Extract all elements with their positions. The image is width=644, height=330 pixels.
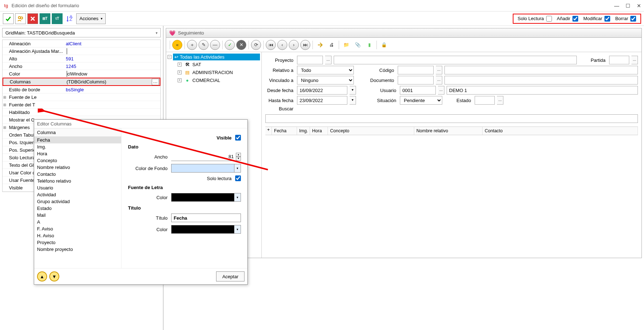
proyecto-name[interactable] — [334, 56, 577, 64]
add-button[interactable]: ＋ — [187, 40, 197, 50]
usuario-lookup[interactable]: … — [438, 86, 444, 95]
column-item[interactable]: Usuario — [34, 184, 121, 191]
ancho-up[interactable]: ▴ — [236, 153, 241, 157]
minimize-button[interactable]: — — [614, 3, 619, 9]
column-item[interactable]: F. Aviso — [34, 225, 121, 232]
column-item[interactable]: Concepto — [34, 157, 121, 164]
move-up-button[interactable]: ▲ — [37, 271, 47, 281]
column-item[interactable]: Grupo actividad — [34, 198, 121, 205]
prop-row[interactable]: Alto591 — [3, 55, 160, 63]
prop-row[interactable]: AlineaciónalClient — [3, 40, 160, 47]
text-size-button[interactable]: τT — [52, 13, 63, 24]
close-button[interactable]: ✕ — [637, 3, 641, 9]
titulo-input[interactable] — [171, 214, 241, 222]
actions-dropdown[interactable]: Acciones — [76, 13, 106, 24]
column-item[interactable]: Estado — [34, 205, 121, 212]
prop-row[interactable]: Estilo de bordebsSingle — [3, 86, 160, 93]
column-item[interactable]: Teléfono relativo — [34, 178, 121, 184]
cancel-button[interactable] — [27, 13, 38, 24]
partida-lookup[interactable]: … — [631, 56, 638, 64]
object-selector[interactable]: GridMain: TASTDBGridBusqueda — [2, 28, 161, 37]
color-fondo-field[interactable]: ▾ — [171, 164, 241, 173]
perm-anadir[interactable]: Añadir — [557, 16, 579, 22]
proyecto-lookup[interactable]: … — [325, 56, 332, 64]
remove-button[interactable]: — — [210, 40, 220, 50]
codigo-name[interactable] — [444, 66, 638, 74]
column-item[interactable]: Fecha — [34, 137, 121, 143]
tree-item-comercial[interactable]: +●COMERCIAL — [168, 76, 260, 84]
folder-button[interactable]: 📁 — [341, 40, 351, 50]
accept-button[interactable] — [3, 13, 14, 24]
grid-add-row[interactable]: + — [265, 127, 272, 135]
usuario-name[interactable] — [447, 86, 638, 95]
situacion-select[interactable]: Pendiente — [400, 96, 442, 105]
hasta-input[interactable] — [297, 96, 347, 105]
column-item[interactable]: Actividad — [34, 191, 121, 198]
documento-input[interactable] — [398, 76, 434, 84]
prop-row[interactable]: ⊞Fuente de Le — [3, 93, 160, 101]
layout-button[interactable]: ⊞T — [40, 13, 50, 24]
prop-row[interactable]: ⊞Fuente del T — [3, 101, 160, 109]
next-button[interactable]: › — [289, 40, 299, 50]
search-input[interactable] — [265, 114, 638, 123]
tree-root[interactable]: ↩ Todas las Actividades — [173, 54, 260, 60]
desde-input[interactable] — [297, 86, 347, 95]
nav-back-button[interactable]: « — [172, 40, 182, 50]
col-fecha[interactable]: Fecha — [272, 127, 297, 135]
hasta-cal[interactable]: ▾ — [350, 96, 356, 105]
refresh-button[interactable]: ⟳ — [251, 40, 261, 50]
prop-row[interactable]: Habilitado — [3, 109, 160, 116]
prev-button[interactable]: ‹ — [277, 40, 287, 50]
perm-borrar[interactable]: Borrar — [615, 16, 636, 22]
edit-button[interactable]: ✎ — [198, 40, 209, 50]
export-button[interactable] — [315, 40, 325, 50]
tree-item-sat[interactable]: +🛠SAT — [168, 60, 260, 68]
col-contacto[interactable]: Contacto — [483, 127, 638, 135]
first-button[interactable]: ⏮ — [266, 40, 276, 50]
relativo-select[interactable]: Todo — [297, 66, 354, 74]
ancho-down[interactable]: ▾ — [236, 157, 241, 161]
users-button[interactable] — [15, 13, 26, 24]
column-item[interactable]: Nombre relativo — [34, 164, 121, 171]
column-item[interactable]: H. Aviso — [34, 232, 121, 239]
prop-row[interactable]: Alineación Ajustada Mar... — [3, 47, 160, 55]
estado-lookup[interactable]: … — [497, 96, 503, 105]
documento-lookup[interactable]: … — [436, 76, 442, 84]
col-concepto[interactable]: Concepto — [328, 127, 414, 135]
ancho-input[interactable] — [171, 152, 236, 161]
documento-name[interactable] — [444, 76, 638, 84]
usuario-input[interactable] — [400, 86, 436, 95]
move-down-button[interactable]: ▼ — [49, 271, 59, 281]
column-item[interactable]: A — [34, 219, 121, 225]
col-img[interactable]: Img. — [297, 127, 310, 135]
lock-button[interactable]: 🔒 — [379, 40, 389, 50]
column-item[interactable]: Hora — [34, 150, 121, 157]
titulo-color-field[interactable]: ▾ — [171, 225, 241, 234]
tree-collapse-icon[interactable]: − — [168, 55, 172, 59]
last-button[interactable]: ⏭ — [300, 40, 310, 50]
perm-solo-lectura[interactable]: Solo Lectura — [518, 16, 552, 22]
accept-button[interactable]: Aceptar — [216, 271, 245, 281]
visible-checkbox[interactable] — [235, 135, 241, 141]
print-button[interactable]: 🖨 — [326, 40, 337, 50]
vinculado-select[interactable]: Ninguno — [297, 76, 354, 84]
column-item[interactable]: Nombre proyecto — [34, 246, 121, 253]
column-item[interactable]: Img. — [34, 143, 121, 150]
col-hora[interactable]: Hora — [310, 127, 328, 135]
desde-cal[interactable]: ▾ — [350, 86, 356, 95]
ellipsis-button[interactable]: … — [152, 79, 159, 85]
no-button[interactable]: ✕ — [236, 40, 246, 50]
column-item[interactable]: Proyecto — [34, 239, 121, 246]
codigo-input[interactable] — [398, 66, 434, 74]
note-button[interactable]: ▮ — [364, 40, 374, 50]
column-item[interactable]: Contacto — [34, 171, 121, 178]
prop-row[interactable]: Color clWindow — [3, 70, 160, 78]
column-item[interactable]: Mail — [34, 212, 121, 219]
sort-button[interactable]: AZ — [64, 13, 75, 24]
prop-row[interactable]: Ancho1245 — [3, 63, 160, 70]
attach-button[interactable]: 📎 — [353, 40, 363, 50]
prop-row[interactable]: Columnas(TDBGridColumns)… — [3, 78, 160, 86]
codigo-lookup[interactable]: … — [436, 66, 442, 74]
ok-button[interactable]: ✓ — [225, 40, 235, 50]
proyecto-input[interactable] — [297, 56, 323, 64]
